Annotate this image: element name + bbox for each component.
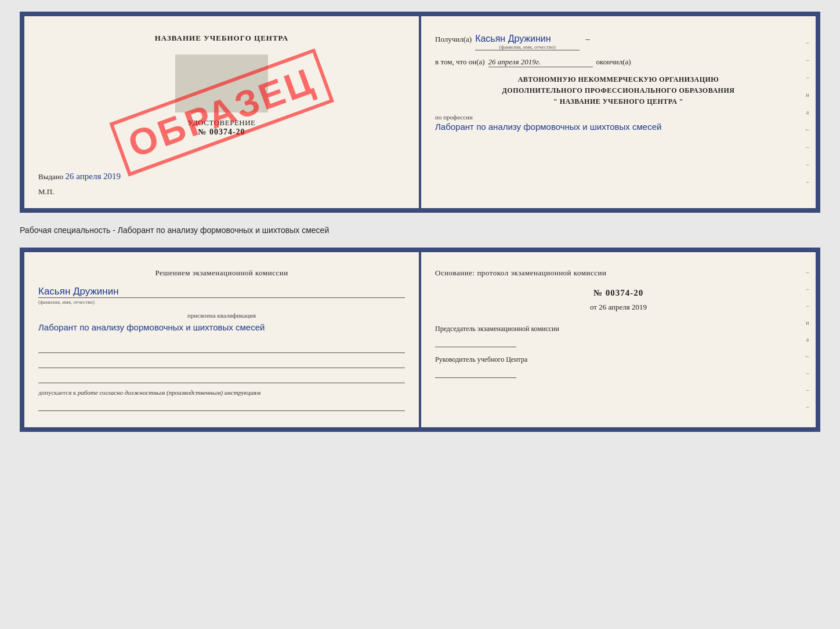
org-lines: АВТОНОМНУЮ НЕКОММЕРЧЕСКУЮ ОРГАНИЗАЦИЮ ДО… [435,74,802,108]
signature-lines [38,343,405,383]
cert-title: НАЗВАНИЕ УЧЕБНОГО ЦЕНТРА [38,34,405,43]
top-document: НАЗВАНИЕ УЧЕБНОГО ЦЕНТРА УДОСТОВЕРЕНИЕ №… [20,12,820,213]
head-label: Руководитель учебного Центра [435,354,802,365]
osnov-title: Основание: протокол экзаменационной коми… [435,268,802,278]
received-name: Касьян Дружинин [475,34,551,43]
dash-after-name: – [585,34,590,44]
protocol-date: от 26 апреля 2019 [435,303,802,312]
chairman-block: Председатель экзаменационной комиссии [435,323,802,347]
profession-label: по профессии [435,114,802,121]
sig-line-3 [38,373,405,383]
top-doc-right: Получил(а) Касьян Дружинин (фамилия, имя… [421,16,816,208]
date-value: 26 апреля 2019г. [488,57,541,66]
received-row: Получил(а) Касьян Дружинин (фамилия, имя… [435,34,802,52]
finished-label: окончил(а) [596,57,631,67]
org-line2: ДОПОЛНИТЕЛЬНОГО ПРОФЕССИОНАЛЬНОГО ОБРАЗО… [435,85,802,96]
bottom-name-line: Касьян Дружинин [38,286,405,298]
issued-label: Выдано [38,172,63,181]
cert-number: № 00374-20 [38,128,405,137]
received-name-block: Касьян Дружинин (фамилия, имя, отчество) [475,34,580,50]
right-marks-top: – – – и а ← – – – [799,16,816,208]
bottom-doc-left: Решением экзаменационной комиссии Касьян… [24,252,419,427]
right-marks-bottom: – – – и а ← – – – [799,252,816,427]
bottom-doc-right: Основание: протокол экзаменационной коми… [421,252,816,427]
received-label: Получил(а) [435,35,472,44]
issued-date: 26 апреля 2019 [66,172,121,181]
dopusk-text: допускается к работе согласно должностны… [38,389,405,396]
cert-id-placeholder [175,54,268,112]
bottom-document: Решением экзаменационной комиссии Касьян… [20,248,820,432]
date-value-block: 26 апреля 2019г. [488,57,593,67]
head-sig-line [435,368,516,378]
date-label: в том, что он(а) [435,57,485,67]
profession-text: Лаборант по анализу формовочных и шихтов… [435,121,802,134]
cert-mp: М.П. [38,187,405,197]
name-subtext-top: (фамилия, имя, отчество) [475,44,580,50]
bottom-section-title: Решением экзаменационной комиссии [38,268,405,278]
separator-label: Рабочая специальность - Лаборант по анал… [20,223,820,237]
qual-label: присвоена квалификация [38,312,405,319]
cert-doc-label: УДОСТОВЕРЕНИЕ [38,118,405,128]
cert-issued: Выдано 26 апреля 2019 [38,172,405,181]
sig-line-4 [38,401,405,411]
chairman-label: Председатель экзаменационной комиссии [435,323,802,335]
sig-line-2 [38,358,405,368]
dopusk-label: допускается к [38,389,76,396]
top-doc-left: НАЗВАНИЕ УЧЕБНОГО ЦЕНТРА УДОСТОВЕРЕНИЕ №… [24,16,419,208]
head-block: Руководитель учебного Центра [435,354,802,378]
dopusk-description: работе согласно должностным (производств… [78,389,260,396]
protocol-date-value: 26 апреля 2019 [599,303,647,311]
protocol-number: № 00374-20 [435,288,802,298]
date-prefix: от [590,303,597,311]
org-line3: " НАЗВАНИЕ УЧЕБНОГО ЦЕНТРА " [435,96,802,107]
bottom-person-name: Касьян Дружинин [38,286,119,297]
org-line1: АВТОНОМНУЮ НЕКОММЕРЧЕСКУЮ ОРГАНИЗАЦИЮ [435,74,802,85]
date-row: в том, что он(а) 26 апреля 2019г. окончи… [435,57,802,68]
chairman-sig-line [435,337,516,347]
sig-line-1 [38,343,405,353]
bottom-name-subtext: (фамилия, имя, отчество) [38,299,405,305]
qual-text: Лаборант по анализу формовочных и шихтов… [38,321,405,335]
